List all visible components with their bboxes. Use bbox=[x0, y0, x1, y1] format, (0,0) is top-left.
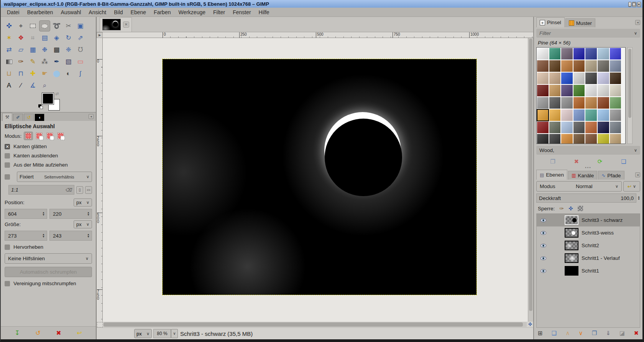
tool-move[interactable]: ✜ bbox=[3, 20, 15, 31]
visibility-eye-icon[interactable] bbox=[540, 256, 546, 260]
tool-rectangle-select[interactable] bbox=[27, 20, 38, 31]
pattern-scrollbar[interactable] bbox=[627, 47, 632, 144]
tool-mypaint-brush[interactable]: ▧ bbox=[63, 56, 74, 67]
pattern-swatch[interactable] bbox=[610, 60, 622, 72]
tool-rotate[interactable]: ↻ bbox=[63, 32, 74, 43]
mode-intersect[interactable] bbox=[56, 132, 65, 140]
pattern-swatch[interactable] bbox=[537, 84, 549, 97]
tab-kanaele[interactable]: ▥Kanäle bbox=[568, 171, 597, 180]
tool-airbrush[interactable]: ⁂ bbox=[39, 56, 50, 67]
position-x-input[interactable]: 604 ▲▼ bbox=[5, 209, 47, 219]
tool-crop[interactable]: ▤ bbox=[39, 32, 50, 43]
pattern-swatch[interactable] bbox=[573, 97, 585, 109]
tab-pinsel[interactable]: ＋Pinsel bbox=[536, 17, 565, 27]
size-unit-dropdown[interactable]: px ∨ bbox=[74, 220, 92, 228]
pattern-swatch[interactable] bbox=[561, 60, 573, 72]
tool-text[interactable]: A bbox=[3, 80, 15, 91]
pattern-swatch[interactable] bbox=[585, 72, 597, 84]
mode-replace[interactable] bbox=[24, 132, 33, 140]
tool-npoint-deformation[interactable]: ❉ bbox=[39, 44, 50, 55]
shrink-merged-checkbox[interactable] bbox=[5, 281, 10, 286]
statusbar-unit-dropdown[interactable]: px ∨ bbox=[134, 329, 152, 338]
layer-mode-dropdown[interactable]: Modus Normal ∨ bbox=[536, 181, 622, 192]
pattern-swatch[interactable] bbox=[573, 48, 585, 60]
tool-measure[interactable]: ∡ bbox=[27, 80, 38, 91]
size-height-input[interactable]: 243 ▲▼ bbox=[49, 231, 92, 241]
pattern-swatch[interactable] bbox=[610, 134, 622, 144]
pattern-swatch[interactable] bbox=[561, 134, 573, 144]
maximize-button[interactable]: ❐ bbox=[632, 2, 636, 7]
spinner-arrows[interactable]: ▲▼ bbox=[86, 211, 91, 216]
pattern-swatch[interactable] bbox=[537, 121, 549, 134]
opacity-spinner[interactable]: ▲▼ bbox=[636, 196, 640, 200]
vertical-scrollbar[interactable] bbox=[528, 38, 533, 322]
tool-paintbrush[interactable]: ✑ bbox=[15, 56, 26, 67]
tool-smudge[interactable]: ☛ bbox=[39, 68, 50, 79]
pattern-swatch[interactable] bbox=[597, 121, 610, 134]
pattern-swatch[interactable] bbox=[561, 72, 573, 84]
tool-warp-transform[interactable]: ▩ bbox=[51, 44, 62, 55]
pattern-swatch[interactable] bbox=[573, 121, 585, 134]
tool-eraser[interactable]: ▭ bbox=[75, 56, 86, 67]
pattern-swatch[interactable] bbox=[585, 84, 597, 97]
menu-datei[interactable]: Datei bbox=[3, 8, 23, 16]
pattern-swatch[interactable] bbox=[610, 121, 622, 134]
tool-perspective[interactable]: ▱ bbox=[15, 44, 26, 55]
panel-menu-button[interactable]: ◂ bbox=[635, 172, 640, 177]
blend-space-button[interactable]: ↩∨ bbox=[623, 181, 640, 192]
pattern-swatch[interactable] bbox=[597, 84, 610, 97]
highlight-checkbox[interactable] bbox=[5, 245, 10, 250]
tool-select-by-color[interactable]: ❖ bbox=[15, 32, 26, 43]
raise-layer-button[interactable]: ∧ bbox=[565, 330, 570, 337]
pattern-swatch[interactable] bbox=[597, 97, 610, 109]
layer-row[interactable]: Schritt1 - Verlauf bbox=[537, 252, 640, 264]
tool-align[interactable]: ⌖ bbox=[15, 20, 26, 31]
tool-clone[interactable]: ⊔ bbox=[3, 68, 15, 79]
merge-down-button[interactable]: ⇓ bbox=[606, 330, 611, 337]
close-tab-icon[interactable]: ✕ bbox=[123, 21, 129, 28]
pattern-swatch[interactable] bbox=[549, 121, 561, 134]
fixed-checkbox[interactable] bbox=[5, 174, 10, 180]
refresh-patterns-button[interactable]: ⟳ bbox=[598, 158, 603, 165]
pattern-swatch[interactable] bbox=[537, 48, 549, 60]
pattern-swatch[interactable] bbox=[585, 109, 597, 121]
swap-colors-icon[interactable]: ⇄ bbox=[55, 91, 59, 96]
tab-undo-history[interactable]: ↺ bbox=[24, 114, 34, 121]
pattern-swatch[interactable] bbox=[561, 84, 573, 97]
tool-free-select[interactable]: ➰ bbox=[51, 20, 62, 31]
clear-icon[interactable]: ⌫ bbox=[65, 187, 72, 193]
pattern-swatch[interactable] bbox=[549, 48, 561, 60]
checkbox-kanten-glätten[interactable]: ✕ bbox=[5, 144, 10, 149]
pattern-swatch[interactable] bbox=[537, 109, 549, 121]
pattern-swatch[interactable] bbox=[585, 134, 597, 144]
image-tab[interactable]: ✕ bbox=[100, 17, 132, 32]
tab-tool-options[interactable]: ⚒ bbox=[2, 113, 12, 121]
foreground-color-swatch[interactable] bbox=[42, 93, 54, 104]
tool-handle-transform[interactable]: ❈ bbox=[63, 44, 74, 55]
restore-options-button[interactable]: ↺ bbox=[35, 329, 40, 337]
menu-hilfe[interactable]: Hilfe bbox=[255, 8, 273, 16]
tool-foreground-select[interactable]: ▣ bbox=[75, 20, 86, 31]
tab-muster[interactable]: Muster bbox=[565, 18, 595, 27]
pattern-swatch[interactable] bbox=[585, 48, 597, 60]
zoom-dropdown-button[interactable]: ∨ bbox=[171, 329, 178, 338]
position-unit-dropdown[interactable]: px ∨ bbox=[74, 198, 92, 207]
pattern-swatch[interactable] bbox=[549, 84, 561, 97]
ruler-origin-button[interactable]: ▶ bbox=[97, 32, 103, 38]
navigation-icon[interactable]: ✜ bbox=[527, 322, 533, 327]
tool-dodge-burn[interactable]: ◐ bbox=[63, 68, 74, 79]
layer-row[interactable]: Schritt1 bbox=[537, 264, 640, 277]
pattern-swatch[interactable] bbox=[610, 72, 622, 84]
fixed-dropdown[interactable]: Fixiert Seitenverhältnis ∨ bbox=[17, 172, 92, 182]
pattern-swatch[interactable] bbox=[585, 97, 597, 109]
menu-bild[interactable]: Bild bbox=[110, 8, 127, 16]
tool-scale[interactable]: ⇗ bbox=[75, 32, 86, 43]
auto-shrink-button[interactable]: Automatisch schrumpfen bbox=[5, 267, 92, 277]
canvas-viewport[interactable] bbox=[103, 38, 528, 322]
aspect-ratio-input[interactable]: 1:1 ⌫ bbox=[8, 185, 74, 195]
lock-position-icon[interactable]: ✜ bbox=[568, 205, 573, 211]
zoom-level-input[interactable]: 80 % bbox=[153, 329, 171, 338]
pattern-swatch[interactable] bbox=[573, 60, 585, 72]
layer-mask-button[interactable]: ◪ bbox=[619, 330, 625, 337]
panel-menu-button[interactable]: ◂ bbox=[635, 20, 640, 25]
